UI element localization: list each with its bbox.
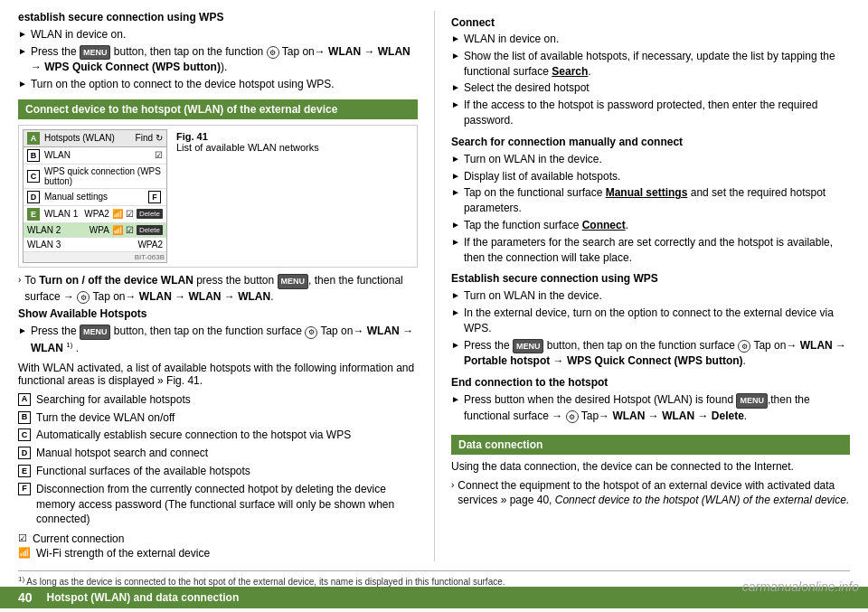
wlan-table-header: A Hotspots (WLAN) Find ↻ — [24, 130, 166, 147]
bullet-arrow: ► — [451, 153, 460, 165]
menu-button-icon: MENU — [80, 45, 111, 61]
end-heading: End connection to the hotspot — [451, 376, 850, 389]
wps-text-2: In the external device, turn on the opti… — [464, 306, 850, 336]
manual-label: Manual settings — [44, 192, 108, 202]
right-column: Connect ► WLAN in device on. ► Show the … — [434, 11, 850, 561]
bullet-arrow: ► — [451, 219, 460, 231]
search-item-4: ► Tap the function surface Connect. — [451, 218, 850, 233]
search-item-2: ► Display list of available hotspots. — [451, 169, 850, 184]
wlan-row-1: E WLAN 1 WPA2 📶 ☑ Delete — [24, 206, 166, 223]
menu-btn-right: MENU — [513, 339, 544, 354]
bullet-arrow: ► — [18, 325, 27, 337]
wlan-activated-text: With WLAN activated, a list of available… — [18, 362, 418, 387]
press-menu-item: ► Press the MENU button, then tap on the… — [18, 44, 418, 75]
connect-text-2: Show the list of available hotspots, if … — [464, 49, 850, 80]
search-item-1: ► Turn on WLAN in the device. — [451, 152, 850, 167]
delete-btn-2[interactable]: Delete — [137, 225, 163, 235]
wlan-table-container: A Hotspots (WLAN) Find ↻ B — [19, 126, 171, 267]
desc-label-d: D — [18, 447, 31, 459]
bullet-arrow: ► — [451, 236, 460, 249]
bullet-arrow: ► — [451, 339, 460, 352]
wlan3-label: WLAN 3 — [27, 240, 61, 250]
footer-label: Hotspot (WLAN) and data connection — [47, 591, 240, 604]
bullet-arrow: ► — [451, 81, 460, 94]
wlan-row-d: D Manual settings F — [24, 189, 166, 206]
wps-item-3: ► Press the MENU button, then tap on the… — [451, 338, 850, 369]
desc-label-f: F — [18, 483, 31, 495]
wlan-row-c: C WPS quick connection (WPS button) — [24, 165, 166, 189]
toggle-icon: ☑ — [155, 150, 163, 160]
wifi-icon-1: 📶 — [112, 209, 123, 219]
checkmark-text-1: Current connection — [33, 532, 124, 545]
main-content: establish secure connection using WPS ► … — [0, 0, 868, 570]
wlan-label: WLAN — [44, 150, 71, 160]
turn-on-wps-item: ► Turn on the option to connect to the d… — [18, 77, 418, 92]
end-text-1: Press button when the desired Hotspot (W… — [464, 392, 850, 423]
wlan-inline-2: WLAN — [189, 290, 222, 303]
refresh-icon: ↻ — [156, 133, 163, 143]
connect-item-2: ► Show the list of available hotspots, i… — [451, 49, 850, 80]
desc-text-e: Functional surfaces of the available hot… — [36, 464, 250, 479]
wlan-row-b: B WLAN ☑ — [24, 147, 166, 165]
func-icon-inline: ⚙ — [77, 291, 90, 304]
figure-caption: Fig. 41 List of available WLAN networks — [171, 126, 325, 267]
wlan2-label: WLAN 2 — [27, 225, 61, 235]
desc-label-b: B — [18, 411, 31, 424]
desc-text-b: Turn the device WLAN on/off — [36, 410, 175, 426]
checkmark-text-2: Wi-Fi strength of the external device — [36, 547, 210, 560]
green-box-heading: Connect device to the hotspot (WLAN) of … — [18, 99, 418, 119]
label-c: C — [27, 170, 40, 183]
turn-bold: Turn on / off the device WLAN — [39, 274, 193, 287]
connect-item-3: ► Select the desired hotspot — [451, 80, 850, 96]
connect-text-1: WLAN in device on. — [464, 32, 559, 47]
data-connection-text: Using the data connection, the device ca… — [451, 460, 850, 473]
wps-heading: Establish secure connection using WPS — [451, 272, 850, 285]
wifi-icon-2: 📶 — [112, 225, 123, 235]
turn-on-wps-text: Turn on the option to connect to the dev… — [31, 77, 335, 92]
menu-btn-2: MENU — [80, 325, 111, 340]
checkmark-1: ☑ — [126, 209, 134, 219]
wps-label: WPS quick connection (WPS button) — [44, 166, 163, 186]
bullet-arrow: ► — [18, 28, 27, 41]
func-icon-end: ⚙ — [566, 410, 579, 423]
wlan-on-text: WLAN in device on. — [31, 27, 126, 42]
show-hotspots-item: ► Press the MENU button, then tap on the… — [18, 324, 418, 355]
wlan-show-2: WLAN — [31, 342, 63, 354]
bullet-arrow: ► — [18, 45, 27, 58]
delete-btn-1[interactable]: Delete — [137, 209, 163, 219]
label-f: F — [148, 191, 161, 203]
desc-text-d: Manual hotspot search and connect — [36, 446, 208, 461]
label-b: B — [27, 149, 40, 162]
checkmark-2: ☑ — [126, 225, 134, 235]
desc-label-a: A — [18, 393, 31, 406]
wlan1-type: WPA2 — [84, 209, 109, 219]
wlan-row-3: WLAN 3 WPA2 — [24, 238, 166, 252]
page: establish secure connection using WPS ► … — [0, 0, 868, 608]
wps-text-1: Turn on WLAN in the device. — [464, 288, 602, 304]
func-icon-right: ⚙ — [738, 340, 750, 353]
wps-item-1: ► Turn on WLAN in the device. — [451, 288, 850, 304]
left-heading: establish secure connection using WPS — [18, 11, 418, 24]
search-heading: Search for connection manually and conne… — [451, 136, 850, 148]
bullet-arrow: ► — [451, 50, 460, 62]
wlan-row-2: WLAN 2 WPA 📶 ☑ Delete — [24, 223, 166, 238]
desc-item-f: F Disconnection from the currently conne… — [18, 482, 418, 527]
bullet-arrow: ► — [451, 289, 460, 302]
hotspots-label: Hotspots (WLAN) — [44, 133, 115, 143]
footer-bar: 40 Hotspot (WLAN) and data connection — [0, 587, 868, 608]
label-d: D — [27, 191, 40, 203]
fig-title: Fig. 41 — [176, 131, 319, 142]
connect-text-4: If the access to the hotspot is password… — [464, 98, 850, 128]
wlan-show-1: WLAN — [367, 325, 400, 337]
wlan2-type: WPA — [90, 225, 109, 235]
press-menu-text: Press the MENU button, then tap on the f… — [31, 44, 418, 75]
desc-item-a: A Searching for available hotspots — [18, 392, 418, 408]
search-text-3: Tap on the functional surface Manual set… — [464, 185, 850, 216]
left-column: establish secure connection using WPS ► … — [18, 11, 434, 561]
desc-item-e: E Functional surfaces of the available h… — [18, 464, 418, 479]
search-text-2: Display list of available hotspots. — [464, 169, 620, 184]
wlan-inline-1: WLAN — [139, 290, 172, 303]
show-hotspots-heading: Show Available Hotspots — [18, 307, 418, 320]
checkmark-item-1: ☑ Current connection — [18, 532, 418, 545]
bit-stamp: BIT-063B — [24, 252, 166, 262]
